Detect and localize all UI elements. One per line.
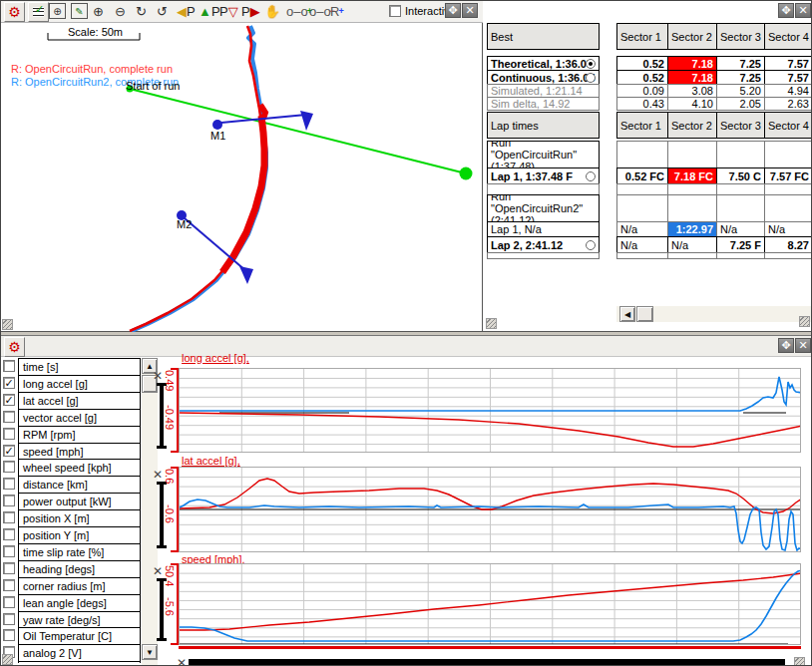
table-hscroll-thumb[interactable]: [636, 306, 653, 322]
column-header: Sector 1: [616, 23, 668, 50]
sector-value-cell: 7.57: [764, 70, 812, 85]
channel-row[interactable]: long accel [g]: [18, 375, 141, 393]
channel-checkbox[interactable]: [3, 428, 15, 440]
add-marker-icon[interactable]: R+: [330, 2, 344, 20]
channel-row[interactable]: distance [km]: [18, 476, 141, 494]
marker-up-icon[interactable]: ▲P: [199, 2, 220, 20]
start-finish-line: [130, 89, 466, 173]
best-row-label: Simulated, 1:21.14: [487, 84, 600, 98]
channel-row[interactable]: position X [m]: [18, 509, 141, 527]
track-map[interactable]: M1M2Scale: 50mR: OpenCircuitRun, complet…: [1, 22, 483, 332]
channel-row[interactable]: vector accel [g]: [18, 409, 141, 427]
channel-checkbox[interactable]: ✓: [3, 377, 15, 389]
close-panel-button[interactable]: ✕: [795, 3, 811, 18]
channel-label: yaw rate [deg/s]: [23, 614, 101, 626]
column-header: Sector 3: [716, 23, 765, 50]
channel-checkbox[interactable]: [3, 528, 15, 540]
channel-row[interactable]: lean angle [degs]: [18, 594, 141, 612]
map-resize-grip[interactable]: [2, 319, 13, 330]
channel-row[interactable]: RPM [rpm]: [18, 426, 141, 444]
lap-row-label: Run "OpenCircuitRun" (1:37.48): [487, 141, 600, 168]
chart-close-icon[interactable]: ✕: [151, 369, 165, 383]
channel-checkbox[interactable]: [3, 411, 15, 423]
table-hscroll-left-button[interactable]: ◀: [619, 306, 635, 322]
channel-row[interactable]: analog 2 [V]: [18, 644, 141, 662]
zoom-region-icon[interactable]: ⊕: [49, 2, 66, 20]
best-row-label: Continuous, 1:36.05: [487, 70, 600, 85]
sector-times-panel: ✥ ✕ BestSector 1Sector 2Sector 3Sector 4…: [483, 1, 812, 332]
channel-checkbox[interactable]: [3, 562, 15, 574]
prev-marker-icon[interactable]: ◀P: [177, 2, 196, 20]
lap-row-radio[interactable]: [586, 171, 596, 181]
channel-row[interactable]: wheel speed [kph]: [18, 459, 141, 477]
sector-empty-cell: [764, 194, 812, 222]
sector-value-cell: N/a: [716, 221, 765, 237]
move-panel-button[interactable]: ✥: [778, 3, 794, 18]
table-resize-grip[interactable]: [486, 318, 497, 329]
channel-checkbox[interactable]: [3, 360, 15, 372]
lap-row-radio[interactable]: [586, 240, 596, 250]
channel-row[interactable]: Oil Temperature [C]: [18, 661, 141, 663]
chart-svg: [180, 369, 800, 452]
channel-label: heading [degs]: [23, 563, 95, 575]
sector-value-cell: 7.25 F: [716, 236, 765, 253]
channel-row[interactable]: Oil Temperatur [C]: [18, 627, 141, 645]
channel-row[interactable]: time [s]: [18, 358, 141, 376]
hscroll-close-icon[interactable]: ✕: [175, 656, 189, 666]
channel-row[interactable]: heading [degs]: [18, 560, 141, 578]
channel-row[interactable]: yaw rate [deg/s]: [18, 611, 141, 629]
channel-label: time slip rate [%]: [23, 546, 104, 558]
channel-row[interactable]: lat accel [g]: [18, 392, 141, 410]
marker-down-icon[interactable]: P▽: [219, 2, 238, 20]
channel-scrollbar[interactable]: [142, 358, 158, 666]
zoom-in-icon[interactable]: ⊕: [93, 2, 104, 20]
channel-checkbox[interactable]: ✓: [3, 394, 15, 406]
channel-checkbox[interactable]: [3, 596, 15, 608]
column-header: Sector 1: [616, 112, 668, 139]
marker-dot: [212, 120, 222, 130]
channel-checkbox[interactable]: [3, 511, 15, 523]
channel-checkbox[interactable]: [3, 545, 15, 557]
chart-ymin-label: -0.6: [165, 504, 175, 550]
channel-checkbox[interactable]: [3, 495, 15, 506]
table-resize-grip[interactable]: [799, 316, 810, 327]
graph-hscroll-thumb[interactable]: [189, 659, 785, 666]
interactive-checkbox[interactable]: [389, 5, 401, 17]
best-row-radio[interactable]: [586, 73, 596, 83]
channel-checkbox[interactable]: [3, 478, 15, 490]
channel-checkbox[interactable]: ✓: [3, 445, 15, 457]
channel-checkbox[interactable]: [3, 629, 15, 641]
display-options-icon[interactable]: ✓: [28, 2, 49, 22]
channel-checkbox[interactable]: [3, 461, 15, 473]
channel-row[interactable]: position Y [m]: [18, 526, 141, 544]
channel-row[interactable]: corner radius [m]: [18, 577, 141, 595]
chart-plot[interactable]: [179, 368, 801, 453]
rotate-cw-icon[interactable]: ↻: [136, 2, 147, 20]
chart-close-icon[interactable]: ✕: [151, 564, 165, 578]
next-marker-icon[interactable]: P▶: [241, 2, 260, 20]
sector-value-cell: 0.52: [616, 56, 668, 71]
zoom-out-icon[interactable]: ⊖: [115, 2, 126, 20]
rotate-ccw-icon[interactable]: ↺: [157, 2, 168, 20]
channel-label: wheel speed [kph]: [23, 462, 112, 474]
channel-scroll-down-button[interactable]: ▼: [142, 644, 158, 660]
move-panel-button[interactable]: ✥: [778, 338, 794, 353]
best-row-radio[interactable]: [586, 59, 596, 69]
settings-gear-icon[interactable]: ⚙: [4, 2, 25, 22]
graphs-resize-grip[interactable]: [794, 657, 805, 666]
chart-plot[interactable]: [179, 467, 801, 552]
close-panel-button[interactable]: ✕: [795, 338, 811, 353]
channel-row[interactable]: speed [mph]: [18, 443, 141, 461]
close-panel-button[interactable]: ✕: [462, 3, 478, 18]
channel-checkbox[interactable]: [3, 613, 15, 625]
channel-row[interactable]: time slip rate [%]: [18, 543, 141, 561]
channel-row[interactable]: power output [kW]: [18, 493, 141, 510]
graphs-resize-grip[interactable]: [2, 654, 13, 665]
chart-close-icon[interactable]: ✕: [151, 468, 165, 482]
measure-tool-icon[interactable]: ✎: [71, 2, 88, 20]
pan-hand-icon[interactable]: ✋: [264, 2, 280, 20]
lap-row-label: Run "OpenCircuitRun2" (2:41.12): [487, 194, 600, 222]
channel-checkbox[interactable]: [3, 579, 15, 591]
chart-plot[interactable]: [179, 563, 801, 645]
move-panel-button[interactable]: ✥: [445, 3, 461, 18]
